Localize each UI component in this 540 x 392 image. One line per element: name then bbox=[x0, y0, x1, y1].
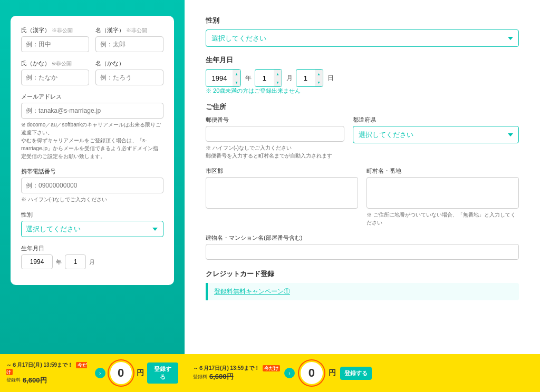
city-input[interactable] bbox=[206, 177, 358, 209]
town-note: ※ ご住所に地番がついていない場合、「無番地」と入力してください bbox=[367, 211, 519, 227]
town-input[interactable] bbox=[367, 177, 519, 209]
left-zero-circle: 0 bbox=[109, 360, 133, 386]
credit-section: クレジットカード登録 登録料無料キャンペーン① bbox=[206, 269, 519, 300]
kana-name-row: 氏（かな） ※非公開 名（かな） bbox=[21, 60, 163, 85]
building-input[interactable] bbox=[206, 244, 519, 260]
credit-title: クレジットカード登録 bbox=[206, 269, 519, 279]
left-yen-text: 円 bbox=[137, 368, 144, 378]
left-form-card: 氏（漢字） ※非公開 名（漢字） ※非公開 氏（かな） bbox=[11, 16, 174, 285]
surname-kana-note: ※非公開 bbox=[52, 61, 72, 66]
city-label: 市区郡 bbox=[206, 167, 358, 175]
right-banner-text: ～６月17日(月) 13:59まで！ 今だけ 登録料 6,600円 bbox=[193, 365, 280, 381]
left-dob-label: 生年月日 bbox=[21, 244, 163, 252]
town-label: 町村名・番地 bbox=[367, 167, 519, 175]
surname-kanji-input[interactable] bbox=[21, 36, 89, 52]
email-label: メールアドレス bbox=[21, 93, 163, 101]
right-gender-title: 性別 bbox=[206, 16, 519, 25]
surname-kana-col: 氏（かな） ※非公開 bbox=[21, 60, 89, 85]
dob-day-input[interactable] bbox=[296, 71, 315, 86]
left-gender-section: 性別 選択してください 男性 女性 bbox=[21, 211, 163, 237]
kanji-name-row: 氏（漢字） ※非公開 名（漢字） ※非公開 bbox=[21, 26, 163, 52]
left-banner-arrow-icon: › bbox=[95, 368, 105, 378]
town-col: 町村名・番地 ※ ご住所に地番がついていない場合、「無番地」と入力してください bbox=[367, 167, 519, 227]
dob-day-down[interactable]: ▼ bbox=[315, 78, 323, 86]
right-yen-text: 円 bbox=[329, 368, 336, 378]
right-banner-arrow-icon: › bbox=[284, 368, 295, 378]
name-kana-label: 名（かな） bbox=[95, 60, 163, 67]
right-dob-group: ▲ ▼ 年 ▲ ▼ 月 ▲ bbox=[206, 69, 519, 87]
name-kana-col: 名（かな） bbox=[95, 60, 163, 85]
right-register-button[interactable]: 登録する bbox=[340, 367, 372, 380]
left-gender-label: 性別 bbox=[21, 211, 163, 219]
left-dob-month-input[interactable] bbox=[65, 254, 86, 269]
building-section: 建物名・マンション名(部屋番号含む) bbox=[206, 234, 519, 262]
left-gender-select[interactable]: 選択してください 男性 女性 bbox=[21, 221, 163, 237]
city-col: 市区郡 bbox=[206, 167, 358, 227]
age-note: ※ 20歳未満の方はご登録出来ません bbox=[206, 87, 519, 95]
email-note: ※ docomo／au／softbankのキャリアメールは出来る限りご遠慮下さい… bbox=[21, 121, 163, 160]
right-gender-select[interactable]: 選択してください 男性 女性 bbox=[206, 30, 519, 47]
postal-input[interactable] bbox=[206, 126, 344, 142]
dob-year-label: 年 bbox=[245, 74, 252, 83]
dob-year-input[interactable] bbox=[206, 71, 233, 86]
dob-month-up[interactable]: ▲ bbox=[274, 70, 282, 78]
right-dob-title: 生年月日 bbox=[206, 55, 519, 65]
left-dob-section: 生年月日 年 月 bbox=[21, 244, 163, 269]
postal-col: 郵便番号 ※ ハイフン(-)なしでご入力ください 郵便番号を入力すると町村名まで… bbox=[206, 116, 344, 160]
dob-year-field: ▲ ▼ bbox=[206, 69, 241, 87]
surname-kanji-note: ※非公開 bbox=[52, 27, 73, 33]
postal-label: 郵便番号 bbox=[206, 116, 344, 124]
surname-kanji-col: 氏（漢字） ※非公開 bbox=[21, 26, 89, 52]
right-bottom-banner: ～６月17日(月) 13:59まで！ 今だけ 登録料 6,600円 › 0 円 … bbox=[185, 354, 540, 392]
dob-year-spinners: ▲ ▼ bbox=[233, 70, 240, 86]
dob-day-label: 日 bbox=[327, 74, 334, 83]
left-dob-row: 年 月 bbox=[21, 254, 163, 269]
dob-month-field: ▲ ▼ bbox=[255, 69, 282, 87]
credit-campaign-link[interactable]: 登録料無料キャンペーン① bbox=[214, 288, 290, 295]
dob-month-input[interactable] bbox=[255, 71, 274, 86]
left-panel: 氏（漢字） ※非公開 名（漢字） ※非公開 氏（かな） bbox=[0, 0, 185, 392]
name-kanji-col: 名（漢字） ※非公開 bbox=[95, 26, 163, 52]
name-kanji-input[interactable] bbox=[95, 36, 163, 52]
address-section: ご住所 郵便番号 ※ ハイフン(-)なしでご入力ください 郵便番号を入力すると町… bbox=[206, 102, 519, 262]
surname-kanji-label: 氏（漢字） ※非公開 bbox=[21, 26, 89, 34]
right-zero-circle: 0 bbox=[299, 360, 324, 386]
surname-kana-input[interactable] bbox=[21, 70, 89, 85]
phone-label: 携帯電話番号 bbox=[21, 168, 163, 175]
dob-day-up[interactable]: ▲ bbox=[315, 70, 323, 78]
right-panel: 性別 選択してください 男性 女性 生年月日 ▲ ▼ 年 bbox=[185, 0, 540, 392]
phone-note: ※ ハイフン(-)なしでご入力ください bbox=[21, 195, 163, 203]
surname-kana-label: 氏（かな） ※非公開 bbox=[21, 60, 89, 67]
prefecture-select[interactable]: 選択してください 北海道 東京都 大阪府 bbox=[353, 126, 519, 143]
prefecture-label: 都道府県 bbox=[353, 116, 519, 124]
address-title: ご住所 bbox=[206, 102, 519, 112]
postal-prefecture-row: 郵便番号 ※ ハイフン(-)なしでご入力ください 郵便番号を入力すると町村名まで… bbox=[206, 116, 519, 160]
left-banner-text: ～６月17日(月) 13:59まで！ 今だけ 登録料 6,600円 bbox=[6, 361, 92, 385]
credit-campaign-box: 登録料無料キャンペーン① bbox=[206, 283, 519, 300]
name-kana-input[interactable] bbox=[95, 70, 163, 85]
name-kanji-label: 名（漢字） ※非公開 bbox=[95, 26, 163, 34]
left-bottom-banner: ～６月17日(月) 13:59まで！ 今だけ 登録料 6,600円 › 0 円 … bbox=[0, 354, 185, 392]
dob-year-down[interactable]: ▼ bbox=[233, 78, 240, 86]
left-dob-year-input[interactable] bbox=[21, 254, 53, 269]
dob-month-down[interactable]: ▼ bbox=[274, 78, 282, 86]
name-kanji-note: ※非公開 bbox=[126, 27, 147, 33]
dob-month-spinners: ▲ ▼ bbox=[274, 70, 282, 86]
city-town-row: 市区郡 町村名・番地 ※ ご住所に地番がついていない場合、「無番地」と入力してく… bbox=[206, 167, 519, 227]
right-gender-section: 性別 選択してください 男性 女性 bbox=[206, 16, 519, 48]
dob-month-label: 月 bbox=[286, 74, 293, 83]
phone-input[interactable] bbox=[21, 178, 163, 193]
postal-note: ※ ハイフン(-)なしでご入力ください 郵便番号を入力すると町村名までが自動入力… bbox=[206, 144, 344, 160]
phone-section: 携帯電話番号 ※ ハイフン(-)なしでご入力ください bbox=[21, 168, 163, 203]
dob-year-up[interactable]: ▲ bbox=[233, 70, 240, 78]
email-section: メールアドレス ※ docomo／au／softbankのキャリアメールは出来る… bbox=[21, 93, 163, 160]
email-input[interactable] bbox=[21, 103, 163, 119]
prefecture-col: 都道府県 選択してください 北海道 東京都 大阪府 bbox=[353, 116, 519, 160]
dob-day-spinners: ▲ ▼ bbox=[315, 70, 323, 86]
left-register-button[interactable]: 登録する bbox=[147, 362, 178, 384]
dob-day-field: ▲ ▼ bbox=[296, 69, 323, 87]
building-label: 建物名・マンション名(部屋番号含む) bbox=[206, 234, 519, 242]
right-dob-section: 生年月日 ▲ ▼ 年 ▲ ▼ bbox=[206, 55, 519, 95]
